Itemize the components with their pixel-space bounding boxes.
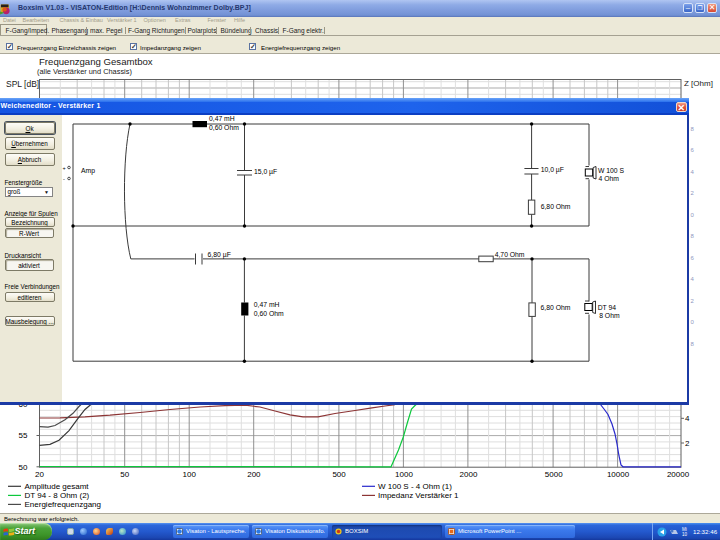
svg-text:0,60 Ohm: 0,60 Ohm (209, 123, 239, 130)
svg-text:500: 500 (332, 470, 346, 479)
svg-text:8: 8 (691, 126, 695, 132)
svg-text:100: 100 (183, 470, 197, 479)
svg-text:Amp: Amp (81, 167, 95, 175)
svg-text:DT 94: DT 94 (598, 303, 617, 310)
svg-text:0: 0 (691, 319, 695, 325)
svg-text:+: + (63, 164, 66, 170)
svg-text:10,0 µF: 10,0 µF (541, 166, 564, 174)
svg-text:DT 94 - 8 Ohm (2): DT 94 - 8 Ohm (2) (25, 491, 90, 500)
svg-text:0,60 Ohm: 0,60 Ohm (254, 310, 284, 317)
svg-text:W 100 S - 4 Ohm (1): W 100 S - 4 Ohm (1) (378, 482, 452, 491)
svg-text:Amplitude gesamt: Amplitude gesamt (25, 482, 90, 491)
svg-text:2: 2 (685, 439, 690, 448)
svg-text:10000: 10000 (607, 470, 630, 479)
svg-text:8: 8 (691, 233, 695, 239)
svg-text:6: 6 (691, 147, 695, 153)
svg-text:200: 200 (247, 470, 261, 479)
svg-text:8 Ohm: 8 Ohm (599, 312, 620, 319)
svg-text:6,80 Ohm: 6,80 Ohm (541, 203, 571, 210)
svg-text:4 Ohm: 4 Ohm (599, 175, 620, 182)
svg-text:0,47 mH: 0,47 mH (254, 301, 280, 308)
svg-text:1000: 1000 (395, 470, 413, 479)
svg-text:50: 50 (19, 463, 28, 472)
svg-text:6: 6 (691, 255, 695, 261)
svg-text:2000: 2000 (460, 470, 478, 479)
svg-text:4: 4 (691, 169, 695, 175)
svg-text:55: 55 (19, 431, 28, 440)
svg-text:4: 4 (691, 276, 695, 282)
svg-text:5000: 5000 (545, 470, 563, 479)
svg-text:0: 0 (691, 212, 695, 218)
svg-text:Energiefrequenzgang: Energiefrequenzgang (25, 500, 102, 509)
svg-text:4: 4 (685, 414, 690, 423)
svg-text:6,80 Ohm: 6,80 Ohm (541, 304, 571, 311)
svg-text:50: 50 (120, 470, 129, 479)
svg-text:4,70 Ohm: 4,70 Ohm (495, 251, 525, 258)
svg-text:15,0 µF: 15,0 µF (254, 167, 277, 175)
svg-text:2: 2 (691, 298, 695, 304)
svg-text:-: - (63, 175, 65, 181)
svg-text:Impedanz Verstärker 1: Impedanz Verstärker 1 (378, 491, 459, 500)
svg-text:8: 8 (691, 341, 695, 347)
svg-text:2: 2 (691, 190, 695, 196)
svg-text:W 100 S: W 100 S (598, 166, 625, 173)
svg-text:20: 20 (35, 470, 44, 479)
svg-text:6,80 µF: 6,80 µF (208, 250, 231, 258)
svg-text:20000: 20000 (667, 470, 690, 479)
svg-text:0,47 mH: 0,47 mH (209, 115, 235, 122)
